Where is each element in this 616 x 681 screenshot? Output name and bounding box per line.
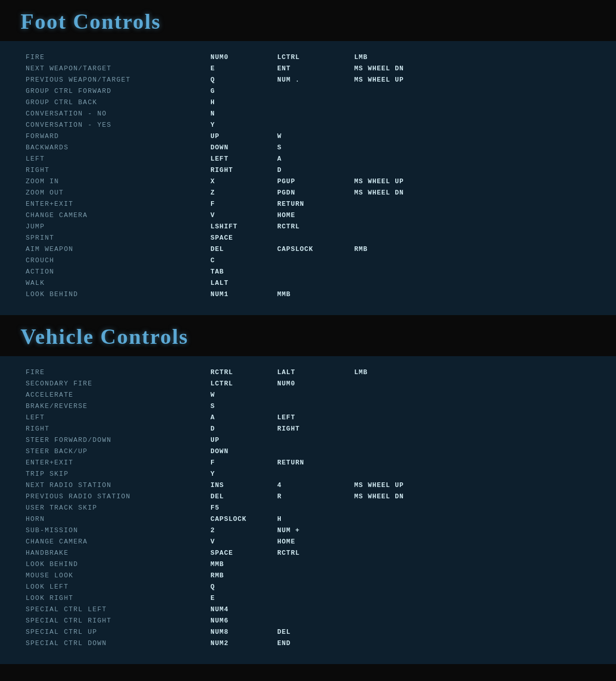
key1-label: F5 (210, 504, 277, 512)
table-row: GROUP CTRL BACKH (26, 96, 590, 108)
table-row: SPECIAL CTRL RIGHTNUM6 (26, 615, 590, 626)
table-row: STEER BACK/UPDOWN (26, 445, 590, 457)
key2-label: RETURN (277, 459, 354, 466)
action-label: AIM WEAPON (26, 245, 210, 253)
action-label: STEER FORWARD/DOWN (26, 436, 210, 444)
vehicle-controls-section: Vehicle Controls FIRERCTRLLALTLMBSECONDA… (0, 315, 616, 664)
table-row: NEXT RADIO STATIONINS4MS WHEEL UP (26, 479, 590, 491)
table-row: GROUP CTRL FORWARDG (26, 85, 590, 96)
key1-label: NUM4 (210, 606, 277, 613)
key2-label: LALT (277, 368, 354, 376)
action-label: ENTER+EXIT (26, 200, 210, 208)
key1-label: Q (210, 76, 277, 84)
table-row: CHANGE CAMERAVHOME (26, 209, 590, 221)
key3-label: MS WHEEL UP (354, 481, 431, 489)
action-label: FIRE (26, 368, 210, 376)
key1-label: F (210, 200, 277, 208)
table-row: SPECIAL CTRL LEFTNUM4 (26, 604, 590, 615)
table-row: LEFTLEFTA (26, 153, 590, 164)
table-row: CONVERSATION - YESY (26, 119, 590, 130)
key1-label: 2 (210, 527, 277, 534)
key1-label: Y (210, 470, 277, 478)
key1-label: RMB (210, 572, 277, 579)
table-row: ACCELERATEW (26, 389, 590, 400)
key1-label: Y (210, 121, 277, 129)
action-label: LOOK LEFT (26, 583, 210, 591)
table-row: HORNCAPSLOCKH (26, 513, 590, 524)
vehicle-controls-table: FIRERCTRLLALTLMBSECONDARY FIRELCTRLNUM0A… (0, 356, 616, 664)
key1-label: W (210, 391, 277, 399)
action-label: NEXT RADIO STATION (26, 481, 210, 489)
key1-label: X (210, 178, 277, 185)
key3-label: MS WHEEL DN (354, 493, 431, 500)
action-label: PREVIOUS WEAPON/TARGET (26, 76, 210, 84)
action-label: RIGHT (26, 166, 210, 174)
key1-label: H (210, 99, 277, 106)
table-row: FIRERCTRLLALTLMB (26, 366, 590, 378)
key1-label: SPACE (210, 549, 277, 557)
key1-label: V (210, 211, 277, 219)
action-label: CONVERSATION - NO (26, 110, 210, 118)
foot-controls-title: Foot Controls (21, 9, 161, 34)
key3-label: LMB (354, 368, 431, 376)
key1-label: Q (210, 583, 277, 591)
table-row: ZOOM OUTZPGDNMS WHEEL DN (26, 187, 590, 198)
action-label: SPECIAL CTRL DOWN (26, 639, 210, 647)
key2-label: END (277, 639, 354, 647)
action-label: LOOK RIGHT (26, 594, 210, 602)
key1-label: DOWN (210, 447, 277, 455)
action-label: LEFT (26, 155, 210, 163)
action-label: ACCELERATE (26, 391, 210, 399)
action-label: WALK (26, 279, 210, 287)
key1-label: S (210, 402, 277, 410)
table-row: PREVIOUS RADIO STATIONDELRMS WHEEL DN (26, 491, 590, 502)
table-row: WALKLALT (26, 277, 590, 288)
table-row: STEER FORWARD/DOWNUP (26, 434, 590, 445)
action-label: LOOK BEHIND (26, 290, 210, 298)
key2-label: ENT (277, 65, 354, 72)
key2-label: R (277, 493, 354, 500)
action-label: NEXT WEAPON/TARGET (26, 65, 210, 72)
table-row: HANDBRAKESPACERCTRL (26, 547, 590, 558)
key1-label: UP (210, 436, 277, 444)
table-row: AIM WEAPONDELCAPSLOCKRMB (26, 243, 590, 255)
key3-label: MS WHEEL UP (354, 178, 431, 185)
action-label: BACKWARDS (26, 144, 210, 151)
table-row: LOOK BEHINDNUM1MMB (26, 288, 590, 300)
table-row: BACKWARDSDOWNS (26, 142, 590, 153)
key1-label: NUM8 (210, 628, 277, 636)
table-row: MOUSE LOOKRMB (26, 570, 590, 581)
key2-label: A (277, 155, 354, 163)
key1-label: N (210, 110, 277, 118)
key2-label: LEFT (277, 414, 354, 421)
table-row: CROUCHC (26, 255, 590, 266)
action-label: BRAKE/REVERSE (26, 402, 210, 410)
action-label: CHANGE CAMERA (26, 211, 210, 219)
key3-label: LMB (354, 53, 431, 61)
key2-label: LCTRL (277, 53, 354, 61)
key2-label: PGUP (277, 178, 354, 185)
key1-label: NUM6 (210, 617, 277, 625)
key2-label: RETURN (277, 200, 354, 208)
key2-label: NUM . (277, 76, 354, 84)
table-row: TRIP SKIPY (26, 468, 590, 479)
key1-label: TAB (210, 268, 277, 276)
key1-label: UP (210, 132, 277, 140)
action-label: PREVIOUS RADIO STATION (26, 493, 210, 500)
key1-label: NUM0 (210, 53, 277, 61)
table-row: FIRENUM0LCTRLLMB (26, 51, 590, 63)
action-label: CONVERSATION - YES (26, 121, 210, 129)
key2-label: RCTRL (277, 549, 354, 557)
table-row: RIGHTRIGHTD (26, 164, 590, 176)
action-label: TRIP SKIP (26, 470, 210, 478)
key2-label: NUM0 (277, 380, 354, 387)
key1-label: SPACE (210, 234, 277, 242)
action-label: FIRE (26, 53, 210, 61)
action-label: SECONDARY FIRE (26, 380, 210, 387)
foot-controls-header: Foot Controls (0, 0, 616, 41)
action-label: HANDBRAKE (26, 549, 210, 557)
action-label: ZOOM OUT (26, 189, 210, 197)
key2-label: MMB (277, 290, 354, 298)
key2-label: W (277, 132, 354, 140)
action-label: JUMP (26, 223, 210, 230)
